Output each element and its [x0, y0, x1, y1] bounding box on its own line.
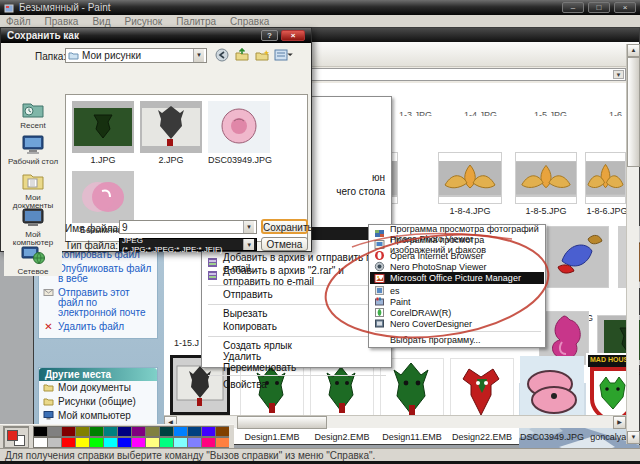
dialog-file-label[interactable]: DSC03949.JPG — [208, 155, 270, 165]
dialog-file-label[interactable]: 2.JPG — [140, 155, 202, 165]
file-label[interactable]: 1-8-5.JPG — [515, 206, 577, 216]
sidebar-item-desktop[interactable]: Рабочий стол — [4, 134, 62, 166]
up-folder-icon[interactable] — [234, 48, 250, 62]
filename-input[interactable]: 9 ▼ — [119, 220, 257, 234]
thumbnail-1-8-6[interactable] — [585, 152, 626, 204]
menu-help[interactable]: Справка — [230, 16, 269, 27]
palette-swatch[interactable] — [131, 426, 145, 437]
submenu-item-paint[interactable]: Paint — [370, 296, 544, 307]
file-label[interactable]: Design11.EMB — [380, 432, 444, 442]
menu-edit[interactable]: Правка — [45, 16, 79, 27]
clipped-file-label[interactable]: 1-3.JPG — [399, 111, 449, 116]
rename-menu-item[interactable]: Переименовать — [203, 362, 390, 373]
palette-swatch[interactable] — [75, 437, 89, 448]
dialog-file-label[interactable]: 1.JPG — [72, 155, 134, 165]
palette-swatch[interactable] — [117, 437, 131, 448]
save-button[interactable]: Сохранить — [261, 219, 308, 234]
file-label[interactable]: 1-8-4.JPG — [438, 206, 502, 216]
sidebar-item-my-documents[interactable]: Мои документы — [4, 170, 62, 210]
dialog-thumbnail-1jpg[interactable] — [72, 101, 134, 153]
palette-swatch[interactable] — [103, 437, 117, 448]
file-label[interactable]: Design1.EMB — [240, 432, 304, 442]
palette-swatch[interactable] — [215, 437, 229, 448]
palette-swatch[interactable] — [187, 437, 201, 448]
palette-swatch[interactable] — [145, 426, 159, 437]
clipped-file-label[interactable]: 1-4.JPG — [464, 111, 514, 116]
dialog-close-button[interactable]: × — [281, 30, 305, 41]
cut-menu-item[interactable]: Вырезать — [203, 307, 390, 320]
horizontal-scroll-thumb[interactable] — [237, 416, 327, 429]
vertical-scroll-thumb[interactable] — [627, 57, 640, 167]
scroll-down-icon[interactable]: ▼ — [627, 431, 640, 444]
palette-swatch[interactable] — [173, 426, 187, 437]
new-folder-icon[interactable] — [254, 48, 270, 62]
file-label[interactable]: Design22.EMB — [450, 432, 514, 442]
palette-swatch[interactable] — [89, 437, 103, 448]
palette-swatch[interactable] — [75, 426, 89, 437]
task-delete-file[interactable]: ✕ Удалить файл — [39, 320, 157, 334]
maximize-button[interactable]: □ — [588, 2, 610, 13]
submenu-item-nero-photosnap[interactable]: Nero PhotoSnap Viewer — [370, 261, 544, 272]
submenu-item-coreldraw[interactable]: CorelDRAW(R) — [370, 307, 544, 318]
submenu-item-win-viewer[interactable]: Программа просмотра изображений и факсов — [370, 239, 544, 250]
filename-dropdown-icon[interactable]: ▼ — [243, 221, 254, 233]
archive-rar-email-menu-item[interactable]: Добавить в архив "2.rar" и отправить по … — [203, 269, 390, 282]
current-colors-box[interactable] — [3, 426, 29, 448]
create-shortcut-menu-item[interactable]: Создать ярлык — [203, 340, 390, 351]
palette-swatch[interactable] — [61, 426, 75, 437]
clipped-file-label[interactable]: 1-5.JPG — [534, 111, 584, 116]
palette-swatch[interactable] — [187, 426, 201, 437]
help-button[interactable]: ? — [261, 30, 278, 41]
menu-palette[interactable]: Палитра — [176, 16, 216, 27]
palette-swatch[interactable] — [215, 426, 229, 437]
place-my-computer[interactable]: Мой компьютер — [39, 409, 157, 423]
filetype-dropdown-icon[interactable]: ▼ — [243, 239, 254, 250]
filetype-combobox[interactable]: JPEG (*.JPG;*.JPEG;*.JPE;*.JFIF) ▼ — [119, 238, 257, 251]
vertical-scrollbar[interactable]: ▲ ▼ — [626, 44, 639, 444]
menu-image[interactable]: Рисунок — [124, 16, 162, 27]
folder-combobox[interactable]: Мои рисунки ▼ — [65, 48, 207, 63]
palette-swatch[interactable] — [173, 437, 187, 448]
menu-view[interactable]: Вид — [92, 16, 110, 27]
copy-menu-item[interactable]: Копировать — [203, 320, 390, 333]
task-email-file[interactable]: Отправить этот файл по электронной почте — [39, 286, 157, 320]
palette-swatch[interactable] — [33, 437, 47, 448]
back-icon[interactable] — [214, 48, 230, 62]
views-icon[interactable] — [274, 48, 296, 62]
sidebar-item-my-computer[interactable]: Мой компьютер — [4, 207, 62, 247]
file-label[interactable]: DSC03949.JPG — [520, 432, 584, 442]
dialog-thumbnail-2jpg[interactable] — [140, 101, 202, 153]
thumbnail-1-8-4[interactable] — [438, 152, 502, 204]
submenu-item-es[interactable]: es — [370, 285, 544, 296]
submenu-item-opera[interactable]: Opera Internet Browser — [370, 250, 544, 261]
palette-swatch[interactable] — [131, 437, 145, 448]
sidebar-item-network[interactable]: Сетевое — [4, 244, 62, 276]
address-dropdown-icon[interactable]: ▼ — [613, 70, 624, 79]
submenu-item-ms-picture-manager[interactable]: Microsoft Office Picture Manager — [370, 272, 544, 284]
thumbnail-1-8-5[interactable] — [515, 152, 577, 204]
place-my-documents[interactable]: Мои документы — [39, 381, 157, 395]
minimize-button[interactable]: – — [562, 2, 584, 13]
dialog-thumbnail-dsc03949[interactable] — [208, 101, 270, 153]
file-label[interactable]: Design2.EMB — [310, 432, 374, 442]
cancel-button[interactable]: Отмена — [261, 237, 308, 251]
delete-menu-item[interactable]: Удалить — [203, 351, 390, 362]
palette-swatch[interactable] — [159, 437, 173, 448]
palette-swatch[interactable] — [47, 426, 61, 437]
palette-swatch[interactable] — [33, 426, 47, 437]
place-shared-pictures[interactable]: Рисунки (общие) — [39, 395, 157, 409]
thumbnail-bird-design[interactable] — [547, 226, 609, 288]
choose-program-menu-item[interactable]: Выбрать программу... — [370, 334, 544, 345]
scroll-up-icon[interactable]: ▲ — [627, 44, 640, 57]
palette-swatch[interactable] — [201, 426, 215, 437]
scroll-right-icon[interactable]: ▶ — [613, 416, 626, 429]
palette-swatch[interactable] — [145, 437, 159, 448]
palette-swatch[interactable] — [61, 437, 75, 448]
sidebar-item-recent[interactable]: Recent — [4, 98, 62, 130]
palette-swatch[interactable] — [201, 437, 215, 448]
folder-dropdown-icon[interactable]: ▼ — [193, 49, 204, 62]
other-places-header[interactable]: Другие места — [39, 368, 157, 381]
palette-swatch[interactable] — [103, 426, 117, 437]
palette-swatch[interactable] — [47, 437, 61, 448]
dialog-thumbnail-untitled[interactable] — [72, 171, 134, 223]
